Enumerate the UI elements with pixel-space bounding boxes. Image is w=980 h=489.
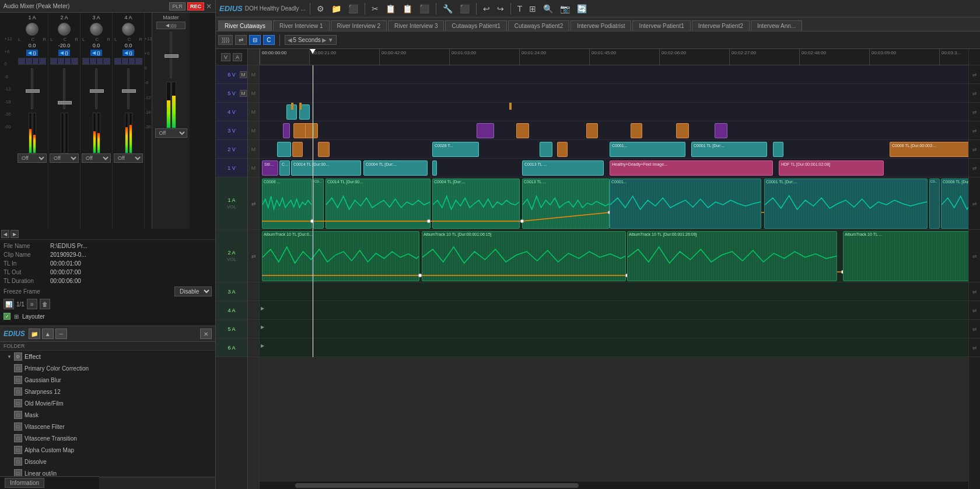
- clip-1v-healthy[interactable]: Healthy+Deadly+Feet Image...: [610, 160, 773, 176]
- clip-3v-9[interactable]: [715, 123, 727, 138]
- seconds-right-btn[interactable]: ▶: [322, 37, 327, 43]
- tab-cutaways-patient2[interactable]: Cutaways Patient2: [508, 20, 569, 31]
- ch3-fader-handle[interactable]: [90, 89, 104, 93]
- close-mixer-icon[interactable]: ✕: [206, 2, 212, 11]
- ch1-off-select[interactable]: Off: [18, 153, 47, 163]
- clip-1v-c0[interactable]: C0...: [279, 160, 290, 176]
- a-toggle[interactable]: A: [233, 53, 242, 61]
- effect-linear-outin[interactable]: □ Linear out/in: [0, 467, 215, 476]
- clip-1v-hdf[interactable]: HDF TL [Dur:00:001:02:08]: [779, 160, 884, 176]
- ctrl-6v[interactable]: M: [248, 65, 259, 84]
- clip-2v-6[interactable]: [773, 142, 783, 157]
- h-scrollbar[interactable]: [260, 481, 968, 489]
- information-tab-btn[interactable]: Information: [5, 478, 44, 488]
- effect-category-item[interactable]: ▼ ⚙ Effect: [0, 351, 215, 362]
- ch2-off-select[interactable]: Off: [50, 153, 79, 163]
- ch4-knob[interactable]: [122, 23, 135, 36]
- minimize-btn[interactable]: ─: [55, 329, 67, 339]
- seconds-left-btn[interactable]: ◀: [288, 37, 292, 43]
- ch3-knob[interactable]: [90, 23, 103, 36]
- folder-icon-btn[interactable]: 📁: [29, 329, 40, 339]
- effect-mask[interactable]: □ Mask: [0, 409, 215, 421]
- ch1-fader-handle[interactable]: [26, 89, 40, 93]
- tb-paste-btn[interactable]: 📋: [400, 3, 415, 15]
- video-mix-btn[interactable]: ⊟: [249, 35, 261, 45]
- clip-2v-1[interactable]: [277, 142, 291, 157]
- tb-tool-btn[interactable]: 🔧: [440, 3, 455, 15]
- audio-clip-1a-7[interactable]: C0001 TL [Dur:...: [764, 179, 928, 229]
- tab-interview-ann[interactable]: Intervew Ann...: [751, 20, 802, 31]
- ctrl-1v[interactable]: M: [248, 159, 259, 177]
- audio-clip-1a-8[interactable]: C0..: [929, 179, 940, 229]
- effect-alpha-custom-map[interactable]: □ Alpha Custom Map: [0, 444, 215, 456]
- ch4-eq-btn[interactable]: ◀ {}: [123, 50, 134, 56]
- tb-undo-btn[interactable]: ↩: [481, 3, 492, 15]
- expand-4a-btn[interactable]: ▶: [261, 306, 264, 311]
- layouter-icon[interactable]: ⊞: [14, 313, 19, 320]
- clip-2v-c0001[interactable]: C0001...: [610, 142, 685, 157]
- delete-btn[interactable]: 🗑: [40, 299, 50, 309]
- clip-2v-c0008[interactable]: C0008 TL [Dur:00:003:...: [890, 142, 968, 157]
- effect-primary-color-correction[interactable]: □ Primary Color Correction: [0, 362, 215, 374]
- tab-river-cutaways[interactable]: River Cutaways: [218, 20, 272, 31]
- tb-copy-btn[interactable]: 📋: [383, 3, 398, 15]
- ch1-knob[interactable]: [26, 23, 38, 36]
- ctrl-1a[interactable]: ⇄: [248, 177, 259, 230]
- clip-3v-4[interactable]: [477, 123, 494, 138]
- tb-box-btn[interactable]: ⬛: [457, 3, 472, 15]
- audio-clip-2a-2[interactable]: AlbumTrack 10 TL [Dur:00:001:06:15]: [422, 231, 626, 281]
- clip-2v-2[interactable]: [292, 142, 303, 157]
- tab-cutaways-patient1[interactable]: Cutaways Patient1: [445, 20, 506, 31]
- expand-6a-btn[interactable]: ▶: [261, 343, 264, 348]
- ch4-off-select[interactable]: Off: [114, 153, 143, 163]
- tab-river-interview-3[interactable]: River Interview 3: [388, 20, 444, 31]
- audio-clip-1a-1[interactable]: C0006 ...: [262, 179, 312, 229]
- tab-river-interview-1[interactable]: River Interview 1: [273, 20, 329, 31]
- effect-dissolve[interactable]: □ Dissolve: [0, 456, 215, 467]
- audio-clip-1a-9[interactable]: C0008 TL [Dur:00:003:...: [941, 179, 968, 229]
- tab-interview-patient2[interactable]: Intervew Patient2: [692, 20, 750, 31]
- clip-2v-5[interactable]: [557, 142, 568, 157]
- ch2-eq-btn[interactable]: ◀ {}: [58, 50, 69, 56]
- ctrl-3v[interactable]: M: [248, 121, 259, 140]
- audio-clip-1a-6[interactable]: C0001...: [610, 179, 761, 229]
- tb-rotate-btn[interactable]: 🔄: [575, 3, 589, 15]
- close-effects-btn[interactable]: ✕: [200, 329, 212, 339]
- nav-left-btn[interactable]: ◀: [1, 230, 9, 238]
- mix-6v[interactable]: ⇄: [969, 65, 980, 84]
- clip-1v-c0014[interactable]: C0014 TL [Dur:00...: [291, 160, 361, 176]
- mix-3v[interactable]: ⇄: [969, 121, 980, 140]
- master-off-select[interactable]: Off: [155, 128, 187, 138]
- effect-gaussian-blur[interactable]: □ Gaussian Blur: [0, 374, 215, 386]
- rec-button[interactable]: REC: [187, 2, 204, 11]
- audio-clip-2a-4[interactable]: AlbumTrack 10 TL ...: [843, 231, 968, 281]
- ch1-eq-btn[interactable]: ◀ {}: [26, 50, 37, 56]
- clip-2v-3[interactable]: [318, 142, 330, 157]
- tb-capture-btn[interactable]: 📷: [558, 3, 572, 15]
- mix-5v[interactable]: ⇄: [969, 84, 980, 103]
- clip-3v-1[interactable]: [283, 123, 290, 138]
- ch4-fader-handle[interactable]: [122, 89, 136, 93]
- clip-1v-small[interactable]: [432, 160, 437, 176]
- mix-4v[interactable]: ⇄: [969, 103, 980, 121]
- mix-1a[interactable]: ⇄: [969, 177, 980, 230]
- tb-cut-btn[interactable]: ✂: [369, 3, 381, 15]
- master-fader-handle[interactable]: [164, 54, 178, 58]
- seconds-dropdown-btn[interactable]: ▼: [328, 37, 334, 43]
- clip-2v-c0028[interactable]: C0028 T...: [432, 142, 479, 157]
- master-speaker-btn[interactable]: ◀ )))): [156, 22, 186, 29]
- layouter-checkbox[interactable]: ✓: [4, 313, 10, 320]
- clip-1v-c0004[interactable]: C0004 TL [Dur:...: [363, 160, 428, 176]
- audio-clip-1a-4[interactable]: C0004 TL [Dur:...: [432, 179, 520, 229]
- ch1-fader[interactable]: [31, 68, 33, 109]
- clip-1v-stil[interactable]: Stil092...: [262, 160, 278, 176]
- ch4-fader[interactable]: [127, 68, 130, 109]
- clip-3v-8[interactable]: [676, 123, 689, 138]
- tb-open-btn[interactable]: 📁: [329, 3, 344, 15]
- tb-new-btn[interactable]: ⬛: [346, 3, 360, 15]
- effect-vitascene-filter[interactable]: □ Vitascene Filter: [0, 421, 215, 432]
- ctrl-2v[interactable]: M: [248, 140, 259, 159]
- mix-1v[interactable]: ⇄: [969, 159, 980, 177]
- audio-clip-1a-5[interactable]: C0013 TL ...: [522, 179, 610, 229]
- track-content-scroll[interactable]: C0028 T... C0001... C0001 TL [Dur:... C0…: [260, 65, 968, 481]
